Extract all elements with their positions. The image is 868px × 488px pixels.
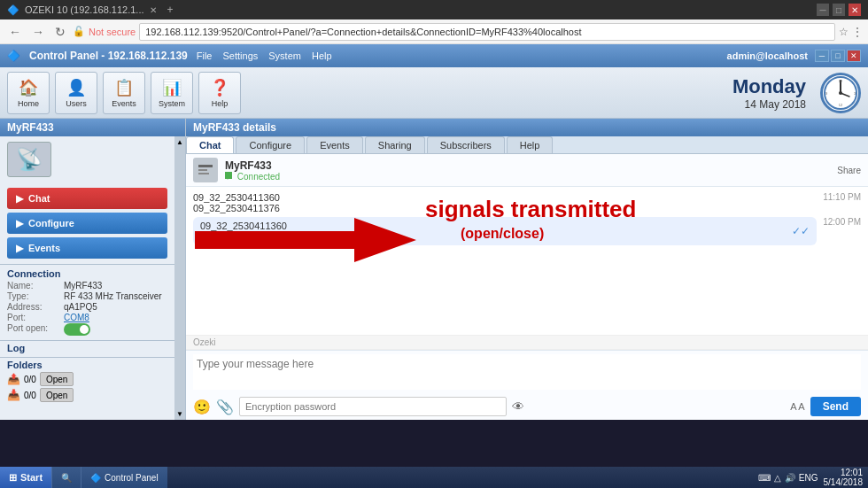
lang-label: ENG	[799, 473, 818, 483]
tab-chat-label: Chat	[199, 140, 221, 151]
browser-bar: ← → ↻ 🔓 Not secure ☆ ⋮	[0, 19, 868, 44]
menu-help[interactable]: Help	[312, 50, 332, 61]
outbox-open-button[interactable]: Open	[40, 372, 74, 386]
connection-address-row: Address: qA1PQ5	[7, 302, 167, 312]
port-value[interactable]: COM8	[64, 313, 89, 322]
app-close-button[interactable]: ✕	[847, 50, 861, 62]
connection-info: Connection Name: MyRF433 Type: RF 433 MH…	[0, 264, 174, 340]
back-button[interactable]: ←	[5, 23, 25, 41]
svg-point-3	[839, 91, 842, 95]
keyboard-icon: ⌨	[758, 473, 771, 483]
content-header: MyRF433 details	[186, 119, 868, 136]
help-tool-button[interactable]: ❓ Help	[198, 72, 241, 114]
share-button[interactable]: Share	[837, 166, 861, 175]
taskbar-search-button[interactable]: 🔍	[51, 467, 81, 488]
app-header: 🔷 Control Panel - 192.168.112.139 File S…	[0, 44, 868, 67]
taskbar-icons: ⌨ △ 🔊 ENG	[758, 473, 818, 483]
emoji-button[interactable]: 🙂	[193, 399, 211, 415]
events-icon: 📋	[114, 78, 134, 97]
menu-settings[interactable]: Settings	[223, 50, 259, 61]
chat-button[interactable]: ▶ Chat	[7, 188, 167, 209]
extensions-icon[interactable]: ⋮	[852, 26, 863, 38]
tab-close-icon[interactable]: ✕	[150, 5, 157, 15]
tab-subscribers-label: Subscribers	[440, 140, 492, 151]
taskbar-app-control-panel[interactable]: 🔷 Control Panel	[81, 467, 167, 488]
url-bar[interactable]	[139, 23, 835, 41]
app-restore-button[interactable]: □	[831, 50, 845, 62]
events-button[interactable]: ▶ Events	[7, 237, 167, 259]
folder-inbox: 📥 0/0 Open	[7, 388, 167, 402]
app-label: Control Panel	[105, 473, 159, 483]
svg-text:12: 12	[839, 103, 843, 107]
tab-events[interactable]: Events	[306, 136, 363, 153]
send-button[interactable]: Send	[810, 397, 861, 416]
device-area: 📡	[0, 136, 174, 182]
close-button[interactable]: ✕	[849, 4, 861, 16]
log-section: Log	[0, 340, 174, 357]
users-tool-button[interactable]: 👤 Users	[55, 72, 97, 114]
outbox-count: 0/0	[24, 375, 36, 384]
system-icon: 📊	[162, 78, 182, 97]
folder-outbox: 📤 0/0 Open	[7, 372, 167, 386]
messages-area[interactable]: 09_32_2530411360 09_32_2530411376 11:10 …	[186, 187, 868, 335]
tab-subscribers[interactable]: Subscribers	[427, 136, 505, 153]
tab-help[interactable]: Help	[507, 136, 554, 153]
forward-button[interactable]: →	[28, 23, 48, 41]
chat-icon: ▶	[16, 193, 23, 205]
message-line-1-2: 09_32_2530411376	[193, 203, 817, 213]
address-value: qA1PQ5	[64, 302, 97, 312]
events-label: Events	[112, 99, 136, 108]
windows-icon: ⊞	[9, 472, 17, 484]
configure-button[interactable]: ▶ Configure	[7, 213, 167, 234]
port-open-row: Port open:	[7, 323, 167, 336]
message-input[interactable]	[193, 354, 861, 390]
menu-system[interactable]: System	[268, 50, 301, 61]
browser-icons: ☆ ⋮	[839, 26, 863, 38]
connection-type-row: Type: RF 433 MHz Transceiver	[7, 291, 167, 301]
message-time-1: 11:10 PM	[817, 192, 861, 202]
tab-configure-label: Configure	[249, 140, 291, 151]
main-layout: MyRF433 📡 ▶ Chat ▶ Configure	[0, 119, 868, 420]
tab-chat[interactable]: Chat	[186, 136, 234, 153]
new-tab-btn[interactable]: +	[167, 4, 174, 16]
home-tool-button[interactable]: 🏠 Home	[7, 72, 50, 114]
svg-rect-11	[198, 173, 209, 174]
volume-icon: 🔊	[785, 473, 795, 483]
system-tool-button[interactable]: 📊 System	[151, 72, 193, 114]
content-area: MyRF433 details Chat Configure Events Sh…	[186, 119, 868, 420]
app-minimize-button[interactable]: ─	[815, 50, 829, 62]
maximize-button[interactable]: □	[833, 4, 845, 16]
events-tool-button[interactable]: 📋 Events	[103, 72, 145, 114]
message-time-2: 12:00 PM	[817, 217, 861, 227]
sidebar-scrollbar[interactable]: ▲ ▼	[174, 136, 185, 420]
inbox-icon: 📥	[7, 389, 20, 401]
name-label: Name:	[7, 281, 60, 290]
port-open-toggle[interactable]	[64, 323, 90, 336]
chat-area: MyRF433 ● Connected Share 09_32_25304113…	[186, 154, 868, 420]
font-size-control[interactable]: A A	[790, 401, 805, 412]
ozeki-label: Ozeki	[186, 335, 868, 350]
inbox-open-button[interactable]: Open	[40, 388, 74, 402]
contact-details: MyRF433 ● Connected	[225, 159, 280, 182]
bookmark-icon[interactable]: ☆	[839, 26, 849, 38]
taskbar-time-display: 12:01 5/14/2018	[824, 468, 864, 487]
minimize-button[interactable]: ─	[817, 4, 829, 16]
encryption-password-input[interactable]	[239, 397, 507, 416]
contact-name: MyRF433	[225, 159, 280, 172]
start-button[interactable]: ⊞ Start	[0, 467, 51, 488]
events-sidebar-icon: ▶	[16, 243, 23, 254]
attach-button[interactable]: 📎	[216, 399, 234, 415]
show-password-button[interactable]: 👁	[512, 399, 524, 414]
chat-contact-bar: MyRF433 ● Connected Share	[186, 154, 868, 187]
contact-status: ● Connected	[225, 172, 280, 182]
toggle-dot	[80, 325, 89, 334]
name-value: MyRF433	[64, 281, 102, 290]
tab-events-label: Events	[320, 140, 350, 151]
refresh-button[interactable]: ↻	[51, 23, 69, 41]
search-icon: 🔍	[61, 473, 72, 483]
chat-label: Chat	[28, 193, 50, 204]
window-favicon: 🔷	[7, 4, 19, 16]
menu-file[interactable]: File	[197, 50, 213, 61]
tab-sharing[interactable]: Sharing	[365, 136, 425, 153]
tab-configure[interactable]: Configure	[236, 136, 305, 153]
